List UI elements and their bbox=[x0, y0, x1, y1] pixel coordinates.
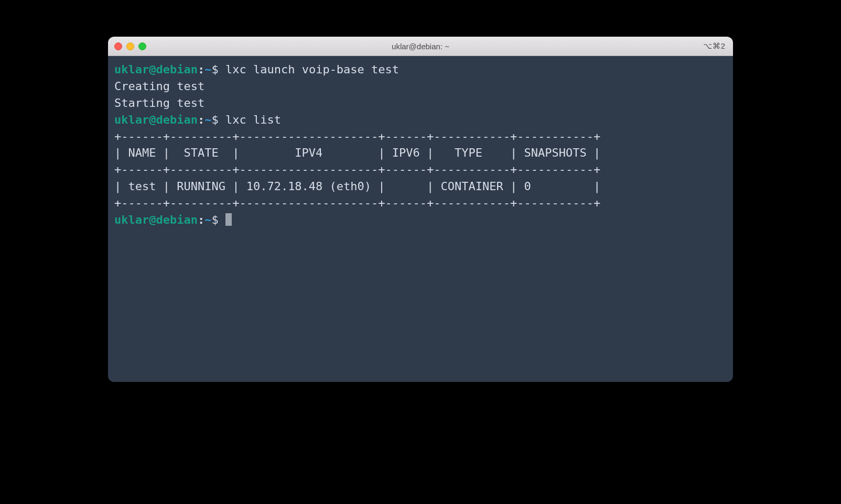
prompt-line: uklar@debian:~$ bbox=[114, 213, 232, 226]
command-text: lxc launch voip-base test bbox=[219, 63, 399, 76]
titlebar: uklar@debian: ~ ⌥⌘2 bbox=[108, 37, 733, 56]
close-icon[interactable] bbox=[114, 42, 122, 50]
prompt-user-host: uklar@debian bbox=[114, 63, 198, 76]
prompt-path: ~ bbox=[204, 63, 211, 76]
prompt-dollar: $ bbox=[211, 113, 218, 126]
prompt-line: uklar@debian:~$ lxc launch voip-base tes… bbox=[114, 63, 399, 76]
prompt-colon: : bbox=[198, 113, 204, 126]
output-line: Starting test bbox=[114, 96, 204, 109]
prompt-path: ~ bbox=[204, 213, 211, 226]
prompt-colon: : bbox=[198, 63, 204, 76]
command-text: lxc list bbox=[219, 113, 281, 126]
prompt-colon: : bbox=[198, 213, 204, 226]
prompt-path: ~ bbox=[204, 113, 211, 126]
terminal-body[interactable]: uklar@debian:~$ lxc launch voip-base tes… bbox=[108, 56, 733, 382]
traffic-lights bbox=[114, 42, 146, 50]
cursor-icon bbox=[225, 213, 232, 226]
zoom-icon[interactable] bbox=[138, 42, 146, 50]
output-line: Creating test bbox=[114, 80, 204, 93]
table-header-row: | NAME | STATE | IPV4 | IPV6 | TYPE | SN… bbox=[114, 146, 600, 159]
prompt-dollar: $ bbox=[211, 213, 218, 226]
table-separator: +------+---------+--------------------+-… bbox=[114, 130, 600, 143]
command-text bbox=[219, 213, 225, 226]
window-title: uklar@debian: ~ bbox=[108, 42, 733, 51]
window-shortcut: ⌥⌘2 bbox=[703, 41, 726, 51]
prompt-dollar: $ bbox=[211, 63, 218, 76]
prompt-line: uklar@debian:~$ lxc list bbox=[114, 113, 281, 126]
prompt-user-host: uklar@debian bbox=[114, 113, 198, 126]
table-row: | test | RUNNING | 10.72.18.48 (eth0) | … bbox=[114, 180, 600, 193]
table-separator: +------+---------+--------------------+-… bbox=[114, 196, 600, 210]
prompt-user-host: uklar@debian bbox=[114, 213, 198, 226]
minimize-icon[interactable] bbox=[126, 42, 134, 50]
table-separator: +------+---------+--------------------+-… bbox=[114, 163, 600, 176]
terminal-window: uklar@debian: ~ ⌥⌘2 uklar@debian:~$ lxc … bbox=[108, 37, 733, 382]
